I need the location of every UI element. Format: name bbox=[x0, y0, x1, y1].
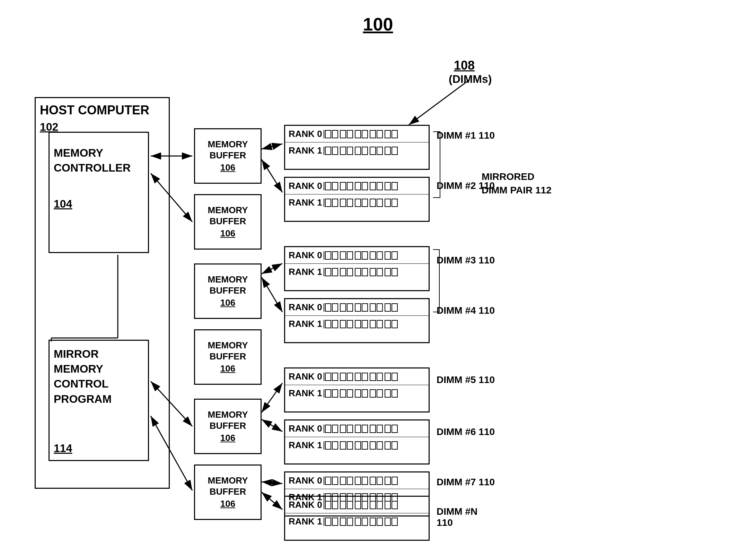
dimm-6-label: DIMM #6 110 bbox=[437, 426, 495, 437]
dimm-2-group: RANK 0 RANK 1 bbox=[284, 177, 430, 222]
dimm-1-rank1-row: RANK 1 bbox=[285, 142, 429, 159]
memory-buffer-4: MEMORYBUFFER 106 bbox=[194, 329, 262, 385]
dimm-2-rank0-row: RANK 0 bbox=[285, 178, 429, 194]
svg-line-14 bbox=[262, 482, 282, 484]
dimm-n-rank1-row: RANK 1 bbox=[285, 513, 429, 530]
dimm-4-rank1-row: RANK 1 bbox=[285, 316, 429, 332]
memory-buffer-6: MEMORYBUFFER 106 bbox=[194, 464, 262, 520]
dimm-n-group: RANK 0 RANK 1 bbox=[284, 496, 430, 541]
memory-buffer-3: MEMORYBUFFER 106 bbox=[194, 263, 262, 319]
dimm-7-rank0-row: RANK 0 bbox=[285, 472, 429, 489]
diagram-title: 100 bbox=[363, 14, 393, 35]
svg-line-9 bbox=[262, 277, 282, 312]
dimm-5-label: DIMM #5 110 bbox=[437, 374, 495, 385]
dimm-3-group: RANK 0 RANK 1 bbox=[284, 246, 430, 291]
dimm-3-label: DIMM #3 110 bbox=[437, 255, 495, 266]
dimm-6-group: RANK 0 RANK 1 bbox=[284, 419, 430, 464]
dimm-4-label: DIMM #4 110 bbox=[437, 305, 495, 316]
dimm-5-group: RANK 0 RANK 1 bbox=[284, 367, 430, 413]
svg-line-12 bbox=[262, 419, 282, 432]
svg-line-15 bbox=[262, 492, 282, 510]
memory-buffer-2: MEMORYBUFFER 106 bbox=[194, 194, 262, 250]
svg-line-3 bbox=[409, 80, 469, 125]
mirror-memory-ref: 114 bbox=[54, 442, 72, 455]
dimm-1-group: RANK 0 RANK 1 bbox=[284, 125, 430, 170]
ref-108: 108 bbox=[454, 58, 475, 73]
dimm-6-rank1-row: RANK 1 bbox=[285, 437, 429, 453]
dimms-label: (DIMMs) bbox=[449, 73, 492, 86]
dimm-3-rank0-row: RANK 0 bbox=[285, 247, 429, 264]
memory-buffer-5: MEMORYBUFFER 106 bbox=[194, 399, 262, 454]
memory-controller-ref: 104 bbox=[54, 198, 72, 210]
memory-buffer-1: MEMORYBUFFER 106 bbox=[194, 128, 262, 184]
svg-line-5 bbox=[262, 144, 282, 149]
svg-line-8 bbox=[262, 263, 282, 274]
dimm-n-label: DIMM #N110 bbox=[437, 506, 477, 528]
diagram: 100 108 (DIMMs) HOST COMPUTER 102 MEMORY… bbox=[0, 0, 756, 547]
dimm-6-rank0-row: RANK 0 bbox=[285, 420, 429, 437]
dimm-n-rank0-row: RANK 0 bbox=[285, 497, 429, 513]
dimm-4-rank0-row: RANK 0 bbox=[285, 299, 429, 316]
dimm-2-rank1-row: RANK 1 bbox=[285, 194, 429, 211]
dimm-5-rank1-row: RANK 1 bbox=[285, 385, 429, 401]
dimm-7-label: DIMM #7 110 bbox=[437, 477, 495, 488]
dimm-1-rank0-row: RANK 0 bbox=[285, 126, 429, 142]
svg-line-11 bbox=[262, 383, 282, 413]
svg-line-6 bbox=[262, 159, 282, 192]
host-computer-label: HOST COMPUTER 102 bbox=[40, 102, 149, 135]
dimm-pair-label: MIRROREDDIMM PAIR 112 bbox=[482, 170, 552, 197]
dimm-3-rank1-row: RANK 1 bbox=[285, 264, 429, 280]
dimm-1-label: DIMM #1 110 bbox=[437, 130, 495, 141]
mirror-memory-label: MIRRORMEMORYCONTROLPROGRAM bbox=[54, 347, 112, 407]
dimm-5-rank0-row: RANK 0 bbox=[285, 368, 429, 385]
dimm-4-group: RANK 0 RANK 1 bbox=[284, 298, 430, 343]
memory-controller-label: MEMORYCONTROLLER bbox=[54, 146, 131, 175]
